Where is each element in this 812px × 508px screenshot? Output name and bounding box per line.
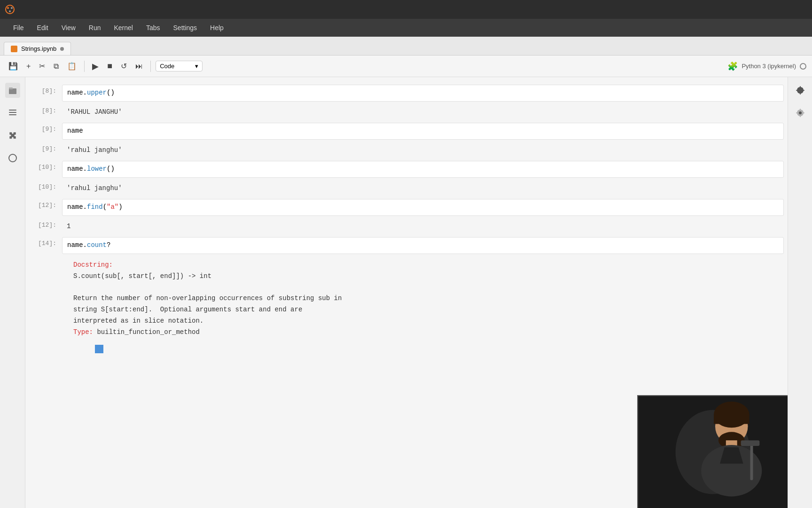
- svg-point-0: [6, 5, 14, 14]
- docstring-line5: interpreted as in slice notation.: [73, 316, 779, 327]
- webcam-overlay: [637, 395, 788, 508]
- menu-view[interactable]: View: [56, 22, 81, 33]
- jupyter-logo: [5, 4, 15, 15]
- docstring-line3: Return the number of non-overlapping occ…: [73, 293, 779, 304]
- type-value: builtin_function_or_method: [97, 328, 199, 336]
- svg-point-3: [9, 10, 11, 12]
- notebook-icon: [11, 46, 17, 52]
- cell-12-output-content: 1: [62, 219, 784, 234]
- menu-settings[interactable]: Settings: [168, 22, 203, 33]
- cell-10-input-number: [10]:: [29, 161, 62, 171]
- notebook-tab[interactable]: Strings.ipynb: [4, 42, 71, 55]
- sidebar-puzzle-icon[interactable]: [5, 128, 20, 143]
- svg-rect-16: [714, 415, 750, 424]
- cell-type-label: Code: [160, 63, 174, 70]
- menu-run[interactable]: Run: [83, 22, 107, 33]
- cell-8-output-number: [8]:: [29, 104, 62, 114]
- cell-12-output-number: [12]:: [29, 219, 62, 229]
- svg-rect-5: [9, 87, 13, 89]
- paste-button[interactable]: 📋: [64, 60, 79, 72]
- docstring-type-line: Type: builtin_function_or_method: [73, 327, 779, 338]
- right-sidebar-gear-icon[interactable]: [793, 83, 808, 98]
- cell-14-input: [14]: name.count?: [25, 236, 788, 255]
- cell-12-code-string: "a": [107, 203, 118, 211]
- cell-8-output: [8]: 'RAHUL JANGHU': [25, 103, 788, 121]
- cell-8-output-content: 'RAHUL JANGHU': [62, 104, 784, 120]
- cell-14-input-content[interactable]: name.count?: [62, 237, 784, 254]
- tab-modified-dot: [60, 47, 64, 51]
- cell-14-output-number: [29, 257, 62, 260]
- svg-rect-8: [9, 114, 16, 115]
- cell-12-input: [12]: name.find("a"): [25, 198, 788, 217]
- cell-10-output-content: 'rahul janghu': [62, 181, 784, 196]
- cell-10-output: [10]: 'rahul janghu': [25, 180, 788, 197]
- cell-8-code-method: upper: [87, 89, 107, 96]
- sidebar-folder-icon[interactable]: [5, 83, 20, 98]
- cell-type-dropdown[interactable]: Code ▾: [156, 61, 203, 71]
- cell-9-output: [9]: 'rahul janghu': [25, 142, 788, 159]
- copy-button[interactable]: ⧉: [51, 60, 62, 72]
- cell-12-code-open: (: [103, 203, 107, 211]
- cell-bottom-indicator: [25, 343, 788, 355]
- cell-10-input: [10]: name.lower(): [25, 160, 788, 179]
- menu-bar: File Edit View Run Kernel Tabs Settings …: [0, 19, 812, 37]
- cell-12-input-content[interactable]: name.find("a"): [62, 199, 784, 216]
- svg-rect-6: [9, 110, 16, 111]
- menu-edit[interactable]: Edit: [31, 22, 54, 33]
- kernel-indicator: 🧩 Python 3 (ipykernel): [727, 61, 806, 71]
- cell-10-input-content[interactable]: name.lower(): [62, 161, 784, 178]
- fast-forward-button[interactable]: ⏭: [133, 60, 146, 72]
- svg-rect-22: [741, 440, 760, 446]
- cell-9-output-number: [9]:: [29, 143, 62, 152]
- kernel-icon: 🧩: [727, 61, 738, 71]
- toolbar-divider-1: [84, 61, 85, 72]
- docstring-line4: string S[start:end]. Optional arguments …: [73, 304, 779, 316]
- webcam-feed: [638, 396, 788, 508]
- cell-9-input-number: [9]:: [29, 123, 62, 133]
- cell-8-input: [8]: name.upper(): [25, 84, 788, 103]
- type-label: Type:: [73, 328, 93, 336]
- cell-10-code-name: name.: [67, 165, 87, 173]
- cell-12-code-close: ): [118, 203, 122, 211]
- right-sidebar: [788, 77, 812, 508]
- cell-9-input-content[interactable]: name: [62, 123, 784, 140]
- svg-rect-7: [9, 112, 16, 113]
- cell-14-code-name: name.: [67, 241, 87, 249]
- cell-8-code-name: name.: [67, 89, 87, 96]
- cell-9-input: [9]: name: [25, 122, 788, 141]
- save-button[interactable]: 💾: [6, 60, 21, 72]
- sidebar-list-icon[interactable]: [5, 105, 20, 120]
- menu-kernel[interactable]: Kernel: [108, 22, 138, 33]
- cut-button[interactable]: ✂: [36, 60, 48, 72]
- svg-rect-21: [750, 443, 753, 480]
- cell-10-code-parens: (): [107, 165, 115, 173]
- kernel-status-circle: [800, 63, 806, 70]
- kernel-name: Python 3 (ipykernel): [742, 63, 796, 70]
- cell-8-input-content[interactable]: name.upper(): [62, 85, 784, 102]
- tab-title: Strings.ipynb: [21, 45, 56, 52]
- cell-12-input-number: [12]:: [29, 199, 62, 209]
- chevron-down-icon: ▾: [195, 63, 198, 70]
- cell-8-input-number: [8]:: [29, 85, 62, 95]
- right-sidebar-gear2-icon[interactable]: [793, 105, 808, 120]
- menu-tabs[interactable]: Tabs: [141, 22, 166, 33]
- left-sidebar: [0, 77, 25, 508]
- run-button[interactable]: ▶: [89, 59, 102, 73]
- title-bar: [0, 0, 812, 19]
- toolbar: 💾 + ✂ ⧉ 📋 ▶ ■ ↺ ⏭ Code ▾ 🧩 Python 3 (ipy…: [0, 56, 812, 77]
- blue-cell-indicator: [95, 345, 103, 353]
- cell-9-output-content: 'rahul janghu': [62, 143, 784, 158]
- stop-button[interactable]: ■: [104, 59, 115, 73]
- menu-file[interactable]: File: [8, 22, 30, 33]
- cell-10-output-number: [10]:: [29, 181, 62, 190]
- cell-8-code-parens: (): [107, 89, 115, 96]
- cell-14-code-question: ?: [107, 241, 110, 249]
- cell-12-output: [12]: 1: [25, 218, 788, 235]
- menu-help[interactable]: Help: [204, 22, 229, 33]
- sidebar-circle-icon[interactable]: [5, 151, 20, 166]
- cell-14-input-number: [14]:: [29, 237, 62, 247]
- restart-button[interactable]: ↺: [118, 60, 130, 72]
- docstring-signature: S.count(sub[, start[, end]]) -> int: [73, 271, 779, 282]
- cell-12-code-name: name.: [67, 203, 87, 211]
- add-cell-button[interactable]: +: [23, 60, 33, 72]
